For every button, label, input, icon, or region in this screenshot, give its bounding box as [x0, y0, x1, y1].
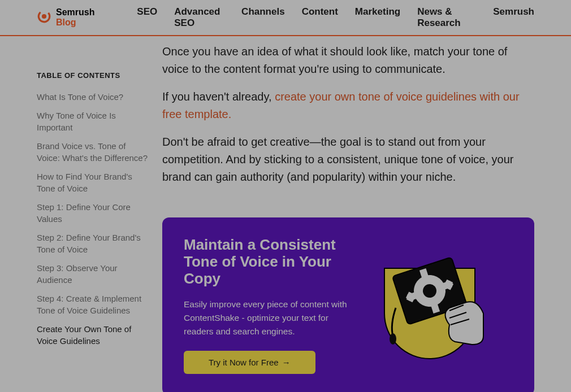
main-nav: SEO Advanced SEO Channels Content Market…	[137, 6, 534, 29]
arrow-right-icon: →	[282, 358, 291, 367]
nav-item-channels[interactable]: Channels	[241, 6, 285, 29]
page-body: TABLE OF CONTENTS What Is Tone of Voice?…	[0, 36, 571, 392]
promo-body: Easily improve every piece of content wi…	[184, 298, 353, 338]
paragraph-text: If you haven't already,	[162, 90, 275, 103]
toc-item-active[interactable]: Create Your Own Tone of Voice Guidelines	[37, 323, 150, 347]
article-paragraph: If you haven't already, create your own …	[162, 88, 534, 123]
nav-item-news-research[interactable]: News & Research	[417, 6, 476, 29]
toc-item[interactable]: Step 4: Create & Implement Tone of Voice…	[37, 293, 150, 316]
nav-item-seo[interactable]: SEO	[137, 6, 157, 29]
toc-item[interactable]: Brand Voice vs. Tone of Voice: What's th…	[37, 140, 150, 164]
toc-item[interactable]: Step 2: Define Your Brand's Tone of Voic…	[37, 232, 150, 255]
toc-item[interactable]: What Is Tone of Voice?	[37, 91, 150, 103]
promo-title: Maintain a Consistent Tone of Voice in Y…	[184, 237, 353, 288]
top-header: Semrush Blog SEO Advanced SEO Channels C…	[0, 0, 571, 36]
toc-heading: TABLE OF CONTENTS	[37, 71, 150, 80]
article-paragraph: Don't be afraid to get creative—the goal…	[162, 133, 534, 186]
promo-text-block: Maintain a Consistent Tone of Voice in Y…	[184, 237, 353, 374]
toc-item[interactable]: How to Find Your Brand's Tone of Voice	[37, 171, 150, 194]
hand-icon	[445, 302, 484, 345]
brand-accent: Blog	[56, 18, 76, 27]
article-main: Once you have an idea of what it should …	[150, 36, 534, 392]
toc-list: What Is Tone of Voice? Why Tone of Voice…	[37, 91, 150, 347]
semrush-swirl-icon	[37, 9, 51, 26]
article-body: Once you have an idea of what it should …	[162, 43, 534, 186]
button-label: Try it Now for Free	[209, 358, 279, 367]
table-of-contents: TABLE OF CONTENTS What Is Tone of Voice?…	[37, 36, 150, 392]
nav-item-content[interactable]: Content	[302, 6, 338, 29]
try-free-button[interactable]: Try it Now for Free →	[184, 351, 315, 374]
toc-item[interactable]: Why Tone of Voice Is Important	[37, 110, 150, 133]
nav-item-advanced-seo[interactable]: Advanced SEO	[174, 6, 224, 29]
article-paragraph: Once you have an idea of what it should …	[162, 43, 534, 78]
promo-illustration	[365, 246, 495, 364]
nav-item-semrush[interactable]: Semrush	[493, 6, 534, 29]
svg-point-1	[42, 14, 46, 19]
promo-card: Maintain a Consistent Tone of Voice in Y…	[162, 217, 534, 392]
brand-logo[interactable]: Semrush Blog	[37, 7, 110, 28]
toc-item[interactable]: Step 1: Define Your Core Values	[37, 201, 150, 225]
toc-item[interactable]: Step 3: Observe Your Audience	[37, 262, 150, 286]
nav-item-marketing[interactable]: Marketing	[355, 6, 400, 29]
svg-point-13	[390, 333, 396, 345]
brand-name: Semrush	[56, 7, 94, 17]
